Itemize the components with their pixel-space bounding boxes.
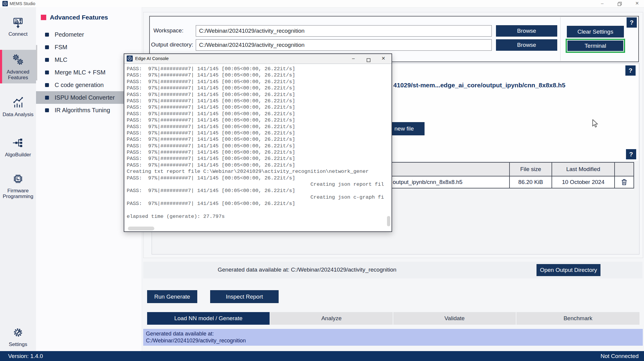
square-bullet-icon: [45, 71, 49, 74]
square-bullet-icon: [45, 45, 49, 49]
settings-gear-icon: [11, 325, 25, 340]
help-button[interactable]: ?: [627, 17, 637, 28]
console-app-icon: [127, 56, 133, 63]
console-maximize-button[interactable]: [361, 54, 375, 63]
output-directory-input[interactable]: C:/Webinar/20241029/activity_recognition: [196, 39, 492, 51]
workspace-label: Workspace:: [153, 27, 183, 34]
window-close-button[interactable]: ✕: [630, 0, 644, 7]
console-minimize-button[interactable]: –: [346, 54, 360, 63]
notification-line2: C:/Webinar/20241029/activity_recognition: [146, 337, 643, 344]
menu-item-label: C code generation: [55, 82, 104, 89]
sidebar-item-advanced-features[interactable]: Advanced Features: [0, 50, 36, 83]
header-actions: [615, 162, 634, 176]
menu-item[interactable]: IR Algorithms Tuning: [36, 104, 135, 116]
workflow-tab[interactable]: Analyze: [270, 312, 393, 325]
sidebar-item-settings[interactable]: Settings: [0, 322, 36, 353]
cell-last-modified: 10 October 2024: [552, 176, 615, 188]
cell-file-size: 86.20 KiB: [509, 176, 552, 188]
generated-data-notification: Generated data available at: C:/Webinar/…: [143, 329, 643, 346]
gears-icon: [11, 53, 25, 67]
menu-item[interactable]: Merge MLC + FSM: [36, 66, 135, 79]
console-line: PASS: 97%|#########7| 141/145 [00:05<00:…: [127, 200, 392, 207]
pink-square-bullet-icon: [41, 15, 46, 20]
app-logo-icon: [2, 1, 8, 8]
algo-nodes-icon: [11, 136, 25, 150]
console-line: [127, 207, 392, 213]
menu-item-label: Merge MLC + FSM: [55, 69, 105, 76]
window-restore-button[interactable]: [613, 0, 626, 7]
console-output[interactable]: PASS: 97%|#########7| 141/145 [00:05<00:…: [124, 64, 392, 233]
console-line: Creating json c-graph fi: [127, 194, 392, 200]
output-directory-label: Output directory:: [151, 41, 193, 48]
menu-item[interactable]: MLC: [36, 53, 135, 66]
mems-studio-window: MEMS Studio – ✕ Connect: [0, 0, 644, 361]
console-line: PASS: 97%|#########7| 141/145 [00:05<00:…: [127, 124, 392, 130]
sidebar-item-label: Advanced Features: [0, 69, 36, 80]
console-line: PASS: 97%|#########7| 141/145 [00:05<00:…: [127, 85, 392, 91]
console-line: elapsed time (generate): 27.797s: [127, 213, 392, 220]
menu-item-label: MLC: [55, 56, 67, 63]
header-file-size: File size: [509, 162, 552, 176]
console-horizontal-scrollbar[interactable]: [128, 227, 154, 230]
run-generate-button[interactable]: Run Generate: [147, 290, 197, 303]
help-button[interactable]: ?: [626, 149, 636, 159]
delete-file-button[interactable]: [620, 177, 629, 186]
window-title: MEMS Studio: [10, 1, 35, 6]
chart-icon: [11, 95, 25, 110]
console-vertical-scrollbar[interactable]: [387, 216, 390, 226]
workflow-tab[interactable]: Load NN model / Generate: [147, 312, 270, 325]
console-titlebar[interactable]: Edge AI Console – ✕: [124, 54, 392, 64]
window-minimize-button[interactable]: –: [596, 0, 609, 7]
help-button[interactable]: ?: [625, 65, 636, 76]
notification-line1: Generated data available at:: [146, 330, 643, 337]
console-line: PASS: 97%|#########7| 141/145 [00:05<00:…: [127, 136, 392, 143]
menu-header: Advanced Features: [41, 14, 108, 21]
console-line: PASS: 97%|#########7| 141/145 [00:05<00:…: [127, 175, 392, 181]
square-bullet-icon: [45, 83, 49, 87]
menu-item[interactable]: Pedometer: [36, 28, 135, 41]
console-line: PASS: 97%|#########7| 141/145 [00:05<00:…: [127, 104, 392, 110]
console-line: PASS: 97%|#########7| 141/145 [00:05<00:…: [127, 79, 392, 85]
console-line: Creating json report fil: [127, 181, 392, 188]
terminal-button[interactable]: Terminal: [567, 40, 624, 52]
inspect-report-button[interactable]: Inspect Report: [210, 290, 279, 303]
console-line: PASS: 97%|#########7| 141/145 [00:05<00:…: [127, 149, 392, 155]
workflow-tab[interactable]: Validate: [393, 312, 516, 325]
mouse-cursor: [592, 119, 600, 129]
sidebar-item-connect[interactable]: Connect: [0, 12, 36, 43]
sidebar-item-firmware-programming[interactable]: Firmware Programming: [0, 169, 36, 206]
console-line: PASS: 97%|#########7| 141/145 [00:05<00:…: [127, 66, 392, 72]
menu-item[interactable]: FSM: [36, 41, 135, 53]
cell-delete: [615, 176, 634, 188]
menu-item[interactable]: ISPU Model Converter: [36, 91, 135, 104]
sidebar-item-label: AlgoBuilder: [0, 152, 36, 158]
window-titlebar: MEMS Studio – ✕: [0, 0, 644, 8]
console-title: Edge AI Console: [135, 56, 169, 61]
console-line: Creating txt report file C:\Webinar\2024…: [127, 168, 392, 175]
menu-item-label: FSM: [55, 44, 67, 51]
sidebar-item-data-analysis[interactable]: Data Analysis: [0, 92, 36, 128]
menu-item-label: Pedometer: [55, 31, 84, 38]
workspace-input[interactable]: C:/Webinar/20241029/activity_recognition: [196, 25, 492, 37]
console-close-button[interactable]: ✕: [376, 54, 390, 63]
open-output-directory-button[interactable]: Open Output Directory: [537, 264, 600, 276]
menu-item-label: ISPU Model Converter: [55, 94, 115, 101]
model-file-path: 41029/st-mem...edge_ai_core/output_ipynb…: [393, 82, 565, 89]
clear-settings-button[interactable]: Clear Settings: [567, 26, 624, 38]
sidebar-item-algobuilder[interactable]: AlgoBuilder: [0, 133, 36, 164]
main-sidebar: Connect Advanced Features: [0, 7, 36, 351]
edge-ai-console-window: Edge AI Console – ✕ PASS: 97%|#########7…: [124, 53, 392, 232]
workflow-tab[interactable]: Benchmark: [516, 312, 639, 325]
output-browse-button[interactable]: Browse: [496, 39, 557, 51]
workflow-tabs: Load NN model / GenerateAnalyzeValidateB…: [147, 312, 639, 325]
console-line: PASS: 97%|#########7| 141/145 [00:05<00:…: [127, 188, 392, 194]
console-line: PASS: 97%|#########7| 141/145 [00:05<00:…: [127, 72, 392, 78]
menu-header-label: Advanced Features: [50, 14, 108, 21]
menu-item[interactable]: C code generation: [36, 79, 135, 91]
version-label: Version: 1.4.0: [8, 353, 43, 359]
console-line: PASS: 97%|#########7| 141/145 [00:05<00:…: [127, 98, 392, 104]
sidebar-item-label: Connect: [0, 31, 36, 37]
console-lines: PASS: 97%|#########7| 141/145 [00:05<00:…: [127, 66, 392, 220]
console-line: PASS: 97%|#########7| 141/145 [00:05<00:…: [127, 143, 392, 149]
workspace-browse-button[interactable]: Browse: [496, 25, 557, 37]
